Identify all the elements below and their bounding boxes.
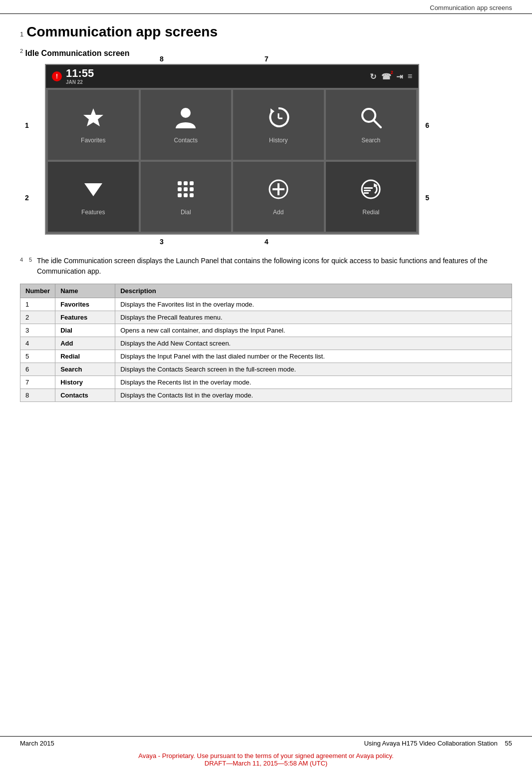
callout-1: 1 [25,121,29,129]
table-cell-name: Search [55,363,115,376]
col-header-number: Number [20,284,55,298]
svg-rect-8 [178,181,182,185]
section-title-text: Idle Communication screen [25,49,130,57]
svg-rect-11 [178,187,182,191]
table-cell-name: Redial [55,350,115,363]
search-icon [360,106,382,133]
tile-contacts[interactable]: Contacts [141,90,232,160]
transfer-icon: ⇥ [396,72,403,81]
chapter-title-text: Communication app screens [26,24,218,40]
callout-6: 6 [425,121,429,129]
table-cell-name: History [55,376,115,389]
tile-add[interactable]: Add [233,162,324,232]
para-text: The idle Communication screen displays t… [37,256,512,277]
menu-icon: ≡ [408,72,412,81]
status-left: ! 11:55 JAN 22 [52,68,94,85]
table-cell-name: Add [55,337,115,350]
chapter-number: 1 [20,30,23,38]
device-diagram: 8 7 1 2 6 5 ! 11:55 JAN 22 ↻ [20,64,429,235]
redial-icon [360,178,382,205]
contacts-label: Contacts [174,137,198,144]
para-num-5: 5 [29,256,37,277]
svg-marker-2 [270,108,274,114]
section-number: 2 [20,48,23,54]
table-cell-number: 2 [20,311,55,324]
page-footer: March 2015 Using Avaya H175 Video Collab… [0,736,532,767]
table-cell-description: Displays the Contacts list in the overla… [115,389,512,402]
tile-redial[interactable]: Redial [326,162,417,232]
device-frame: ! 11:55 JAN 22 ↻ ☎ 2 ⇥ ≡ [45,64,419,235]
star-icon [82,106,104,133]
table-cell-number: 7 [20,376,55,389]
table-cell-name: Features [55,311,115,324]
table-cell-description: Displays the Add New Contact screen. [115,337,512,350]
svg-rect-12 [184,187,188,191]
table-cell-name: Favorites [55,298,115,311]
table-cell-number: 6 [20,363,55,376]
table-cell-number: 5 [20,350,55,363]
svg-point-1 [181,108,191,118]
table-row: 6SearchDisplays the Contacts Search scre… [20,363,512,376]
table-cell-number: 4 [20,337,55,350]
para-row: 4 5 The idle Communication screen displa… [20,256,512,277]
tile-history[interactable]: History [233,90,324,160]
svg-rect-9 [184,181,188,185]
callout-5: 5 [425,194,429,202]
table-cell-name: Contacts [55,389,115,402]
svg-rect-14 [178,193,182,197]
features-icon [82,178,104,205]
callout-7: 7 [265,55,268,63]
svg-rect-10 [190,181,194,185]
table-cell-number: 8 [20,389,55,402]
table-cell-name: Dial [55,324,115,337]
footer-avaya-line: Avaya - Proprietary. Use pursuant to the… [0,752,532,760]
footer-product: Using Avaya H175 Video Collaboration Sta… [364,740,512,747]
footer-center: Avaya - Proprietary. Use pursuant to the… [0,752,532,767]
svg-marker-0 [83,108,103,126]
tile-search[interactable]: Search [326,90,417,160]
person-icon [176,106,196,133]
table-row: 3DialOpens a new call container, and dis… [20,324,512,337]
table-cell-description: Displays the Recents list in the overlay… [115,376,512,389]
table-row: 8ContactsDisplays the Contacts list in t… [20,389,512,402]
search-label: Search [361,137,380,144]
svg-marker-7 [84,183,102,196]
refresh-icon: ↻ [370,72,376,81]
chapter-title: 1 Communication app screens [20,24,512,40]
notification-icon: ☎ 2 [381,72,391,81]
redial-label: Redial [362,209,379,216]
tile-favorites[interactable]: Favorites [48,90,139,160]
favorites-label: Favorites [81,137,105,144]
footer-date: March 2015 [20,740,54,747]
svg-rect-15 [184,193,188,197]
svg-line-6 [374,120,381,127]
table-row: 5RedialDisplays the Input Panel with the… [20,350,512,363]
table-cell-description: Displays the Contacts Search screen in t… [115,363,512,376]
status-bar: ! 11:55 JAN 22 ↻ ☎ 2 ⇥ ≡ [46,65,418,88]
table-wrapper: Number Name Description 1FavoritesDispla… [20,284,512,402]
time-display: 11:55 [66,68,94,79]
main-content: 1 Communication app screens 2 Idle Commu… [0,14,532,402]
svg-rect-22 [364,190,371,191]
warning-icon: ! [52,71,62,81]
footer-main: March 2015 Using Avaya H175 Video Collab… [0,736,532,750]
history-icon [267,106,289,133]
time-block: 11:55 JAN 22 [66,68,94,85]
callout-4: 4 [265,238,268,246]
table-cell-description: Opens a new call container, and displays… [115,324,512,337]
features-table: Number Name Description 1FavoritesDispla… [20,284,512,402]
tile-features[interactable]: Features [48,162,139,232]
callout-8: 8 [160,55,164,63]
table-row: 2FeaturesDisplays the Precall features m… [20,311,512,324]
svg-rect-23 [364,192,369,194]
page-header: Communication app screens [0,0,532,14]
table-cell-description: Displays the Input Panel with the last d… [115,350,512,363]
svg-rect-21 [364,187,373,189]
app-grid: Favorites Contacts [46,88,418,234]
add-label: Add [273,209,283,216]
tile-dial[interactable]: Dial [141,162,232,232]
dial-icon [175,178,197,205]
table-row: 7HistoryDisplays the Recents list in the… [20,376,512,389]
table-row: 4AddDisplays the Add New Contact screen. [20,337,512,350]
col-header-description: Description [115,284,512,298]
